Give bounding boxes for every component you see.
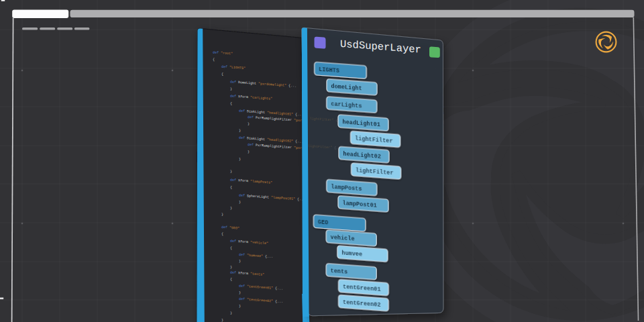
svg-text:}: } [230, 170, 232, 174]
svg-text:{: { [221, 72, 223, 76]
svg-text:}: } [239, 157, 241, 161]
svg-text:GEO: GEO [318, 219, 328, 227]
svg-text:}: } [230, 311, 232, 315]
svg-text:{: { [230, 246, 232, 250]
svg-text:{: { [221, 232, 223, 236]
svg-text:}: } [230, 206, 232, 210]
svg-text:}: } [239, 304, 241, 308]
svg-text:}: } [248, 150, 250, 154]
svg-text:}: } [239, 290, 241, 294]
svg-text:}: } [239, 200, 241, 204]
svg-text:}: } [248, 122, 250, 126]
svg-text:}: } [221, 213, 223, 217]
svg-text:{: { [213, 58, 215, 62]
svg-text:tents: tents [331, 268, 348, 276]
svg-text:{: { [230, 101, 232, 105]
svg-text:{: { [230, 277, 232, 281]
svg-text:}: } [239, 259, 241, 263]
svg-text:}: } [230, 87, 232, 91]
svg-text:{: { [230, 185, 232, 189]
svg-text:}: } [230, 265, 232, 269]
svg-text:}: } [221, 318, 223, 322]
svg-text:}: } [239, 129, 241, 133]
